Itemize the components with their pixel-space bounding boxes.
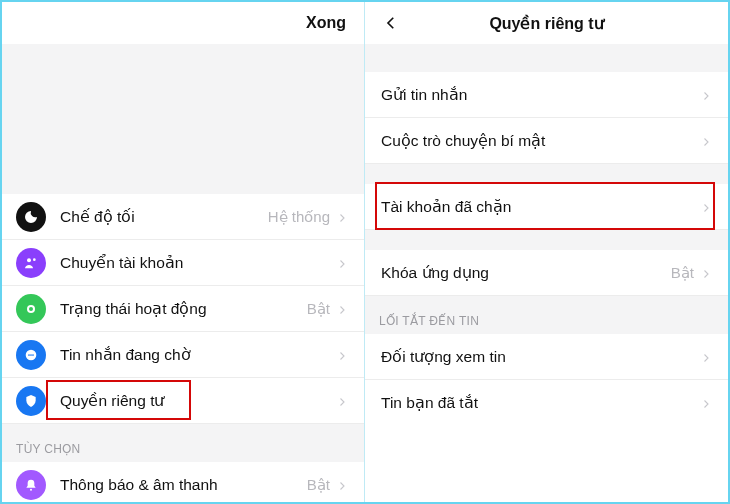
row-send-messages[interactable]: Gửi tin nhắn <box>365 72 728 118</box>
chevron-right-icon <box>336 302 350 316</box>
row-muted-stories[interactable]: Tin bạn đã tắt <box>365 380 728 426</box>
section-title-story-shortcuts: LỐI TẮT ĐẾN TIN <box>365 296 728 334</box>
row-label: Tài khoản đã chặn <box>381 198 700 216</box>
privacy-panel: Quyền riêng tư Gửi tin nhắn Cuộc trò chu… <box>365 2 728 502</box>
moon-icon <box>16 202 46 232</box>
chevron-right-icon <box>700 350 714 364</box>
row-label: Chế độ tối <box>60 208 268 226</box>
row-secret-conversations[interactable]: Cuộc trò chuyện bí mật <box>365 118 728 164</box>
chevron-right-icon <box>700 396 714 410</box>
row-label: Đối tượng xem tin <box>381 348 700 366</box>
row-story-audience[interactable]: Đối tượng xem tin <box>365 334 728 380</box>
svg-point-7 <box>32 354 34 356</box>
row-label: Thông báo & âm thanh <box>60 476 307 494</box>
bell-icon <box>16 470 46 500</box>
row-value: Bật <box>307 300 330 318</box>
row-label: Tin nhắn đang chờ <box>60 346 336 364</box>
row-switch-account[interactable]: Chuyển tài khoản <box>2 240 364 286</box>
row-message-requests[interactable]: Tin nhắn đang chờ <box>2 332 364 378</box>
chevron-right-icon <box>336 394 350 408</box>
row-active-status[interactable]: Trạng thái hoạt động Bật <box>2 286 364 332</box>
chevron-right-icon <box>700 266 714 280</box>
users-icon <box>16 248 46 278</box>
row-blocked-accounts[interactable]: Tài khoản đã chặn <box>365 184 728 230</box>
svg-point-5 <box>28 354 30 356</box>
row-value: Hệ thống <box>268 208 330 226</box>
row-label: Chuyển tài khoản <box>60 254 336 272</box>
section-title-options: TÙY CHỌN <box>2 424 364 462</box>
svg-point-1 <box>33 258 36 261</box>
chat-icon <box>16 340 46 370</box>
row-label: Cuộc trò chuyện bí mật <box>381 132 700 150</box>
spacer <box>2 44 364 194</box>
chevron-right-icon <box>700 88 714 102</box>
row-label: Trạng thái hoạt động <box>60 300 307 318</box>
page-title: Quyền riêng tư <box>403 14 690 33</box>
left-header: Xong <box>2 2 364 44</box>
row-app-lock[interactable]: Khóa ứng dụng Bật <box>365 250 728 296</box>
row-value: Bật <box>671 264 694 282</box>
chevron-right-icon <box>336 256 350 270</box>
back-button[interactable] <box>379 11 403 35</box>
chevron-right-icon <box>336 478 350 492</box>
svg-point-0 <box>27 258 31 262</box>
row-dark-mode[interactable]: Chế độ tối Hệ thống <box>2 194 364 240</box>
chevron-right-icon <box>700 134 714 148</box>
shield-icon <box>16 386 46 416</box>
done-button[interactable]: Xong <box>306 14 346 32</box>
row-privacy[interactable]: Quyền riêng tư <box>2 378 364 424</box>
svg-point-3 <box>29 307 33 311</box>
chevron-right-icon <box>700 200 714 214</box>
settings-panel: Xong Chế độ tối Hệ thống Chuyển tài khoả… <box>2 2 365 502</box>
row-label: Tin bạn đã tắt <box>381 394 700 412</box>
row-notifications[interactable]: Thông báo & âm thanh Bật <box>2 462 364 504</box>
chevron-right-icon <box>336 210 350 224</box>
right-header: Quyền riêng tư <box>365 2 728 44</box>
spacer <box>365 230 728 250</box>
row-label: Khóa ứng dụng <box>381 264 671 282</box>
row-label: Gửi tin nhắn <box>381 86 700 104</box>
row-label: Quyền riêng tư <box>60 392 336 410</box>
status-icon <box>16 294 46 324</box>
chevron-right-icon <box>336 348 350 362</box>
spacer <box>365 44 728 72</box>
svg-point-6 <box>30 354 32 356</box>
spacer <box>365 164 728 184</box>
svg-point-8 <box>30 489 32 491</box>
row-value: Bật <box>307 476 330 494</box>
